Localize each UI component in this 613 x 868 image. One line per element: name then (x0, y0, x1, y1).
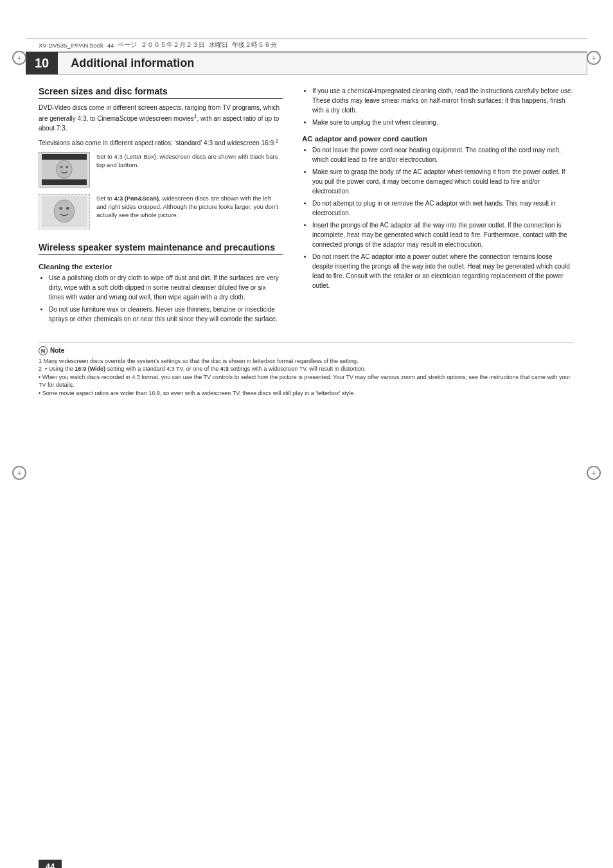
ac-adaptor-bullets: Do not leave the power cord near heating… (302, 145, 574, 290)
meta-lang: ページ (118, 41, 137, 49)
image-panscan: Set to 4:3 (Pan&Scan), widescreen discs … (39, 194, 283, 229)
content-area: Screen sizes and disc formats DVD-Video … (39, 86, 574, 329)
page: XV-DV535_IPPAN.book 44 ページ ２００５年２月２３日 水曜… (0, 39, 613, 868)
note-title: N Note (39, 346, 574, 355)
right-top-bullets: If you use a chemical-impregnated cleani… (302, 86, 574, 127)
meta-bar: XV-DV535_IPPAN.book 44 ページ ２００５年２月２３日 水曜… (26, 39, 587, 52)
image-letterbox-caption: Set to 4:3 (Letter Box), widescreen disc… (96, 152, 283, 170)
image-letterbox: Set to 4:3 (Letter Box), widescreen disc… (39, 152, 283, 188)
note-line2: 2 • Using the 16:9 (Wide) setting with a… (39, 365, 574, 373)
corner-mark-tr (584, 48, 603, 67)
svg-point-5 (66, 166, 69, 168)
meta-file: XV-DV535_IPPAN.book (39, 42, 103, 49)
image-panscan-caption: Set to 4:3 (Pan&Scan), widescreen discs … (96, 194, 283, 220)
image-letterbox-placeholder (39, 152, 90, 188)
corner-mark-mr (584, 463, 603, 483)
meta-date: ２００５年２月２３日 (141, 41, 205, 49)
ac-bullet-3: Do not attempt to plug in or remove the … (312, 199, 574, 218)
svg-point-8 (60, 207, 62, 209)
chapter-number: 10 (26, 52, 58, 75)
note-line3: • When you watch discs recorded in 4:3 f… (39, 373, 574, 389)
ac-bullet-5: Do not insert the AC adaptor into a powe… (312, 252, 574, 290)
right-column: If you use a chemical-impregnated cleani… (302, 86, 574, 329)
note-line1: 1 Many widescreen discs override the sys… (39, 357, 574, 366)
corner-mark-tl (10, 48, 29, 67)
ac-adaptor-title: AC adaptor and power cord caution (302, 135, 574, 143)
section1-title: Screen sizes and disc formats (39, 86, 283, 99)
note-section: N Note 1 Many widescreen discs override … (39, 342, 574, 398)
note-line4: • Some movie aspect ratios are wider tha… (39, 389, 574, 398)
meta-page: 44 (107, 42, 114, 49)
left-column: Screen sizes and disc formats DVD-Video … (39, 86, 283, 329)
cleaning-bullets: Use a polishing cloth or dry cloth to wi… (39, 273, 283, 324)
page-number-area: 44 En (39, 860, 62, 868)
section1-para2: Televisions also come in different aspec… (39, 137, 283, 148)
svg-point-4 (60, 166, 63, 168)
corner-mark-ml (10, 463, 29, 483)
right-bullet-1: If you use a chemical-impregnated cleani… (312, 86, 574, 115)
image-panscan-placeholder (39, 194, 90, 229)
chapter-header: 10 Additional information (26, 52, 587, 75)
svg-rect-1 (42, 154, 87, 160)
cleaning-bullet-1: Use a polishing cloth or dry cloth to wi… (49, 273, 283, 302)
right-bullet-2: Make sure to unplug the unit when cleani… (312, 118, 574, 127)
meta-time: 午後２時５６分 (232, 41, 277, 49)
subsection-cleaning-title: Cleaning the exterior (39, 263, 283, 270)
svg-point-3 (57, 161, 73, 179)
svg-point-7 (54, 200, 75, 222)
note-icon: N (39, 346, 48, 355)
page-number: 44 (39, 860, 62, 868)
meta-day: 水曜日 (209, 41, 228, 49)
section2-title: Wireless speaker system maintenance and … (39, 242, 283, 255)
ac-bullet-4: Insert the prongs of the AC adaptor all … (312, 220, 574, 249)
svg-point-9 (66, 207, 69, 209)
ac-bullet-2: Make sure to grasp the body of the AC ad… (312, 167, 574, 196)
ac-bullet-1: Do not leave the power cord near heating… (312, 145, 574, 164)
chapter-title: Additional information (58, 52, 587, 75)
section1-para1: DVD-Video discs come in different screen… (39, 103, 283, 133)
svg-rect-2 (42, 179, 87, 185)
cleaning-bullet-2: Do not use furniture wax or cleaners. Ne… (49, 305, 283, 324)
